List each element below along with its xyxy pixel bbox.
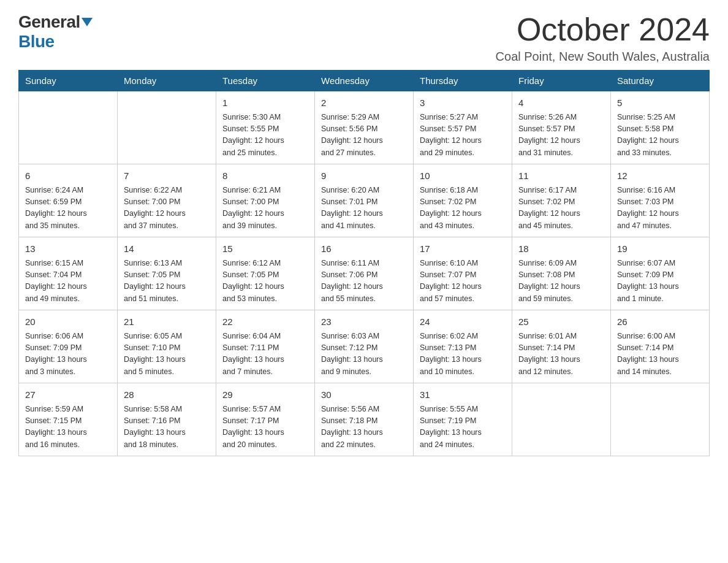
weekday-header-monday: Monday xyxy=(118,71,216,91)
day-info: Sunrise: 5:57 AMSunset: 7:17 PMDaylight:… xyxy=(222,404,308,451)
day-number: 23 xyxy=(321,315,407,329)
calendar-cell: 12Sunrise: 6:16 AMSunset: 7:03 PMDayligh… xyxy=(611,164,710,237)
weekday-header-tuesday: Tuesday xyxy=(216,71,315,91)
day-number: 9 xyxy=(321,169,407,183)
calendar-cell: 28Sunrise: 5:58 AMSunset: 7:16 PMDayligh… xyxy=(118,383,216,456)
day-info: Sunrise: 5:58 AMSunset: 7:16 PMDaylight:… xyxy=(124,404,210,451)
day-info: Sunrise: 5:26 AMSunset: 5:57 PMDaylight:… xyxy=(518,112,604,159)
logo-general-text: General xyxy=(18,12,80,32)
weekday-header-row: SundayMondayTuesdayWednesdayThursdayFrid… xyxy=(19,71,710,91)
weekday-header-saturday: Saturday xyxy=(611,71,710,91)
calendar-cell: 11Sunrise: 6:17 AMSunset: 7:02 PMDayligh… xyxy=(512,164,611,237)
day-number: 19 xyxy=(617,242,703,256)
calendar-cell: 7Sunrise: 6:22 AMSunset: 7:00 PMDaylight… xyxy=(118,164,216,237)
calendar-cell: 29Sunrise: 5:57 AMSunset: 7:17 PMDayligh… xyxy=(216,383,315,456)
location-subtitle: Coal Point, New South Wales, Australia xyxy=(496,50,710,64)
day-info: Sunrise: 6:06 AMSunset: 7:09 PMDaylight:… xyxy=(25,331,111,378)
day-number: 22 xyxy=(222,315,308,329)
day-info: Sunrise: 6:04 AMSunset: 7:11 PMDaylight:… xyxy=(222,331,308,378)
calendar-cell: 9Sunrise: 6:20 AMSunset: 7:01 PMDaylight… xyxy=(315,164,414,237)
day-info: Sunrise: 6:01 AMSunset: 7:14 PMDaylight:… xyxy=(518,331,604,378)
day-number: 2 xyxy=(321,96,407,110)
weekday-header-sunday: Sunday xyxy=(19,71,118,91)
calendar-cell: 26Sunrise: 6:00 AMSunset: 7:14 PMDayligh… xyxy=(611,310,710,383)
day-number: 10 xyxy=(420,169,506,183)
calendar-cell: 3Sunrise: 5:27 AMSunset: 5:57 PMDaylight… xyxy=(414,91,512,164)
day-number: 15 xyxy=(222,242,308,256)
logo: General Blue xyxy=(18,12,93,52)
day-number: 26 xyxy=(617,315,703,329)
calendar-cell: 18Sunrise: 6:09 AMSunset: 7:08 PMDayligh… xyxy=(512,237,611,310)
day-info: Sunrise: 5:56 AMSunset: 7:18 PMDaylight:… xyxy=(321,404,407,451)
day-number: 4 xyxy=(518,96,604,110)
day-number: 12 xyxy=(617,169,703,183)
day-info: Sunrise: 5:27 AMSunset: 5:57 PMDaylight:… xyxy=(420,112,506,159)
day-number: 16 xyxy=(321,242,407,256)
calendar-cell: 14Sunrise: 6:13 AMSunset: 7:05 PMDayligh… xyxy=(118,237,216,310)
day-number: 8 xyxy=(222,169,308,183)
day-info: Sunrise: 5:30 AMSunset: 5:55 PMDaylight:… xyxy=(222,112,308,159)
day-number: 31 xyxy=(420,388,506,402)
day-info: Sunrise: 6:17 AMSunset: 7:02 PMDaylight:… xyxy=(518,185,604,232)
calendar-cell: 6Sunrise: 6:24 AMSunset: 6:59 PMDaylight… xyxy=(19,164,118,237)
day-info: Sunrise: 6:13 AMSunset: 7:05 PMDaylight:… xyxy=(124,258,210,305)
calendar-cell: 27Sunrise: 5:59 AMSunset: 7:15 PMDayligh… xyxy=(19,383,118,456)
logo-triangle-icon xyxy=(82,18,93,26)
weekday-header-thursday: Thursday xyxy=(414,71,512,91)
calendar-cell: 4Sunrise: 5:26 AMSunset: 5:57 PMDaylight… xyxy=(512,91,611,164)
calendar-cell: 8Sunrise: 6:21 AMSunset: 7:00 PMDaylight… xyxy=(216,164,315,237)
month-title: October 2024 xyxy=(496,12,710,47)
calendar-cell xyxy=(19,91,118,164)
day-info: Sunrise: 6:02 AMSunset: 7:13 PMDaylight:… xyxy=(420,331,506,378)
day-info: Sunrise: 6:18 AMSunset: 7:02 PMDaylight:… xyxy=(420,185,506,232)
calendar-cell: 31Sunrise: 5:55 AMSunset: 7:19 PMDayligh… xyxy=(414,383,512,456)
day-info: Sunrise: 6:21 AMSunset: 7:00 PMDaylight:… xyxy=(222,185,308,232)
calendar-cell xyxy=(118,91,216,164)
calendar-cell: 19Sunrise: 6:07 AMSunset: 7:09 PMDayligh… xyxy=(611,237,710,310)
calendar-cell: 25Sunrise: 6:01 AMSunset: 7:14 PMDayligh… xyxy=(512,310,611,383)
week-row-4: 20Sunrise: 6:06 AMSunset: 7:09 PMDayligh… xyxy=(19,310,710,383)
day-number: 3 xyxy=(420,96,506,110)
calendar-cell: 15Sunrise: 6:12 AMSunset: 7:05 PMDayligh… xyxy=(216,237,315,310)
logo-blue-text: Blue xyxy=(18,32,55,51)
weekday-header-wednesday: Wednesday xyxy=(315,71,414,91)
day-info: Sunrise: 6:03 AMSunset: 7:12 PMDaylight:… xyxy=(321,331,407,378)
calendar-cell: 16Sunrise: 6:11 AMSunset: 7:06 PMDayligh… xyxy=(315,237,414,310)
day-info: Sunrise: 6:22 AMSunset: 7:00 PMDaylight:… xyxy=(124,185,210,232)
day-number: 29 xyxy=(222,388,308,402)
calendar-cell: 10Sunrise: 6:18 AMSunset: 7:02 PMDayligh… xyxy=(414,164,512,237)
day-number: 14 xyxy=(124,242,210,256)
calendar-cell: 30Sunrise: 5:56 AMSunset: 7:18 PMDayligh… xyxy=(315,383,414,456)
day-number: 18 xyxy=(518,242,604,256)
page-header: General Blue October 2024 Coal Point, Ne… xyxy=(18,12,710,64)
week-row-5: 27Sunrise: 5:59 AMSunset: 7:15 PMDayligh… xyxy=(19,383,710,456)
day-info: Sunrise: 6:24 AMSunset: 6:59 PMDaylight:… xyxy=(25,185,111,232)
day-info: Sunrise: 6:09 AMSunset: 7:08 PMDaylight:… xyxy=(518,258,604,305)
week-row-1: 1Sunrise: 5:30 AMSunset: 5:55 PMDaylight… xyxy=(19,91,710,164)
day-number: 27 xyxy=(25,388,111,402)
day-number: 24 xyxy=(420,315,506,329)
calendar-cell: 23Sunrise: 6:03 AMSunset: 7:12 PMDayligh… xyxy=(315,310,414,383)
day-number: 20 xyxy=(25,315,111,329)
day-info: Sunrise: 6:12 AMSunset: 7:05 PMDaylight:… xyxy=(222,258,308,305)
day-number: 6 xyxy=(25,169,111,183)
day-info: Sunrise: 6:20 AMSunset: 7:01 PMDaylight:… xyxy=(321,185,407,232)
day-number: 28 xyxy=(124,388,210,402)
calendar-cell: 22Sunrise: 6:04 AMSunset: 7:11 PMDayligh… xyxy=(216,310,315,383)
weekday-header-friday: Friday xyxy=(512,71,611,91)
week-row-3: 13Sunrise: 6:15 AMSunset: 7:04 PMDayligh… xyxy=(19,237,710,310)
day-number: 17 xyxy=(420,242,506,256)
calendar-cell: 1Sunrise: 5:30 AMSunset: 5:55 PMDaylight… xyxy=(216,91,315,164)
day-number: 21 xyxy=(124,315,210,329)
calendar-cell: 13Sunrise: 6:15 AMSunset: 7:04 PMDayligh… xyxy=(19,237,118,310)
day-info: Sunrise: 5:59 AMSunset: 7:15 PMDaylight:… xyxy=(25,404,111,451)
day-number: 11 xyxy=(518,169,604,183)
calendar-cell: 24Sunrise: 6:02 AMSunset: 7:13 PMDayligh… xyxy=(414,310,512,383)
day-number: 5 xyxy=(617,96,703,110)
day-info: Sunrise: 6:05 AMSunset: 7:10 PMDaylight:… xyxy=(124,331,210,378)
calendar-cell: 20Sunrise: 6:06 AMSunset: 7:09 PMDayligh… xyxy=(19,310,118,383)
calendar-cell: 21Sunrise: 6:05 AMSunset: 7:10 PMDayligh… xyxy=(118,310,216,383)
day-number: 7 xyxy=(124,169,210,183)
day-info: Sunrise: 6:11 AMSunset: 7:06 PMDaylight:… xyxy=(321,258,407,305)
day-info: Sunrise: 6:16 AMSunset: 7:03 PMDaylight:… xyxy=(617,185,703,232)
